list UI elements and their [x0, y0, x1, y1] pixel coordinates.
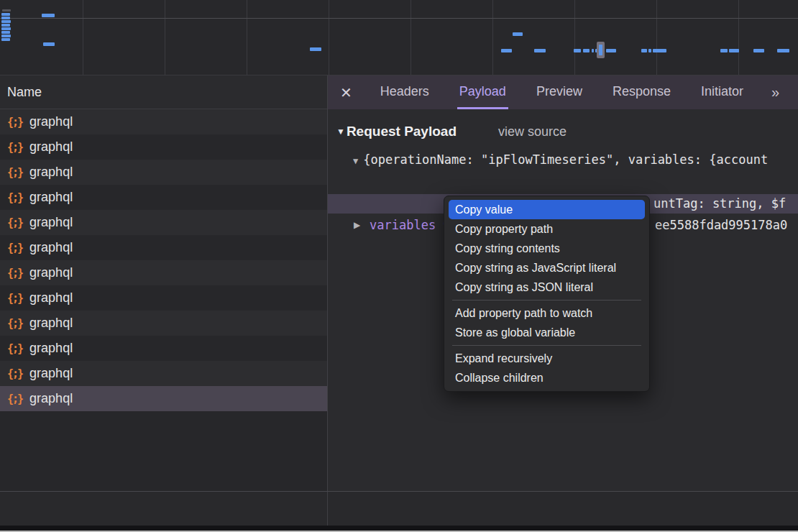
request-name: graphql — [29, 215, 73, 230]
json-fetch-icon: {;} — [7, 367, 22, 380]
menu-item-copy-string-contents[interactable]: Copy string contents — [449, 239, 645, 258]
timeline-gridline — [165, 0, 165, 75]
json-fetch-icon: {;} — [7, 317, 22, 330]
menu-item-expand-recursively[interactable]: Expand recursively — [449, 349, 645, 368]
selected-request-bar — [599, 45, 602, 55]
request-name: graphql — [29, 139, 73, 155]
request-timing-bar — [777, 49, 789, 52]
json-fetch-icon: {;} — [7, 141, 22, 154]
request-list-pane: Name {;}graphql{;}graphql{;}graphql{;}gr… — [0, 75, 327, 491]
json-fetch-icon: {;} — [7, 393, 22, 405]
request-timing-bar — [1, 17, 10, 19]
json-fetch-icon: {;} — [7, 292, 22, 305]
menu-item-copy-property-path[interactable]: Copy property path — [449, 219, 645, 239]
tab-response[interactable]: Response — [610, 75, 673, 109]
pane-divider — [327, 492, 328, 526]
request-timing-bar — [534, 49, 546, 52]
name-column-label: Name — [7, 85, 42, 100]
request-row[interactable]: {;}graphql — [0, 386, 327, 411]
request-timing-bar — [2, 9, 11, 12]
name-column-header[interactable]: Name — [0, 75, 327, 109]
json-fetch-icon: {;} — [7, 166, 22, 179]
request-rows: {;}graphql{;}graphql{;}graphql{;}graphql… — [0, 109, 327, 411]
request-name: graphql — [29, 391, 73, 406]
request-payload-section: ▼ Request Payload view source — [336, 122, 567, 141]
request-name: graphql — [29, 165, 73, 180]
request-row[interactable]: {;}graphql — [0, 311, 327, 336]
request-row[interactable]: {;}graphql — [0, 109, 327, 134]
tab-headers[interactable]: Headers — [378, 75, 431, 109]
request-row[interactable]: {;}graphql — [0, 361, 327, 386]
variables-expand-icon[interactable]: ▶ — [354, 216, 360, 234]
request-name: graphql — [29, 316, 73, 331]
json-fetch-icon: {;} — [7, 267, 22, 280]
request-name: graphql — [29, 265, 73, 280]
network-overview-timeline[interactable] — [0, 0, 798, 75]
query-row-right: untTag: string, $f — [653, 194, 786, 214]
section-expand-icon[interactable]: ▼ — [336, 127, 345, 137]
tabs-host: HeadersPayloadPreviewResponseInitiator — [378, 75, 746, 109]
close-icon[interactable]: ✕ — [340, 84, 352, 101]
root-expand-icon[interactable]: ▼ — [353, 156, 358, 166]
view-source-link[interactable]: view source — [498, 124, 567, 139]
request-name: graphql — [29, 290, 73, 306]
request-timing-bar — [513, 32, 523, 36]
json-fetch-icon: {;} — [7, 216, 22, 229]
request-timing-bar — [1, 38, 10, 41]
request-timing-bar — [592, 49, 594, 52]
summary-bar — [0, 491, 798, 526]
request-timing-bar — [606, 49, 616, 52]
request-row[interactable]: {;}graphql — [0, 134, 327, 160]
request-row[interactable]: {;}graphql — [0, 160, 327, 185]
timeline-gridline — [83, 0, 83, 75]
request-row[interactable]: {;}graphql — [0, 285, 327, 311]
request-timing-bar — [1, 35, 11, 37]
devtools-network-panel: Name {;}graphql{;}graphql{;}graphql{;}gr… — [0, 0, 798, 532]
request-timing-bar — [653, 49, 666, 52]
timeline-divider-line — [0, 18, 798, 19]
request-timing-bar — [1, 31, 10, 34]
request-timing-bar — [720, 49, 728, 52]
menu-item-collapse-children[interactable]: Collapse children — [449, 368, 645, 387]
json-fetch-icon: {;} — [7, 342, 22, 355]
menu-item-copy-value[interactable]: Copy value — [449, 200, 645, 219]
request-row[interactable]: {;}graphql — [0, 336, 327, 361]
timeline-gridline — [247, 0, 247, 75]
request-timing-bar — [42, 14, 55, 17]
operation-name-row[interactable]: operationName:"ipFlowTimeseries" — [370, 173, 670, 192]
menu-item-add-property-path-to-watch[interactable]: Add property path to watch — [449, 303, 645, 323]
menu-divider — [452, 300, 641, 301]
request-row[interactable]: {;}graphql — [0, 235, 327, 260]
request-name: graphql — [29, 190, 73, 205]
menu-item-copy-string-as-javascript-literal[interactable]: Copy string as JavaScript literal — [449, 258, 645, 278]
timeline-gridline — [411, 0, 411, 75]
json-fetch-icon: {;} — [7, 116, 22, 129]
request-name: graphql — [29, 114, 73, 129]
tab-initiator[interactable]: Initiator — [699, 75, 746, 109]
menu-item-store-as-global-variable[interactable]: Store as global variable — [449, 323, 645, 342]
property-key: variables — [370, 216, 436, 234]
request-name: graphql — [29, 366, 73, 381]
menu-item-copy-string-as-json-literal[interactable]: Copy string as JSON literal — [449, 278, 645, 297]
request-timing-bar — [1, 20, 11, 23]
json-fetch-icon: {;} — [7, 242, 22, 254]
menu-divider — [452, 345, 641, 346]
tab-preview[interactable]: Preview — [534, 75, 584, 109]
payload-root-row[interactable]: ▼{operationName: "ipFlowTimeseries", var… — [353, 150, 798, 169]
timeline-gridline — [656, 0, 657, 75]
root-preview-text: {operationName: "ipFlowTimeseries", vari… — [363, 152, 768, 167]
section-title: Request Payload — [347, 124, 457, 139]
tab-payload[interactable]: Payload — [457, 75, 508, 109]
request-timing-bar — [1, 24, 10, 27]
request-row[interactable]: {;}graphql — [0, 260, 327, 285]
timeline-gridline — [492, 0, 493, 75]
request-row[interactable]: {;}graphql — [0, 210, 327, 235]
request-timing-bar — [583, 49, 590, 52]
timeline-gridline — [738, 0, 739, 75]
more-tabs-icon[interactable]: » — [771, 84, 778, 101]
request-row[interactable]: {;}graphql — [0, 185, 327, 210]
timeline-gridline — [574, 0, 575, 75]
variables-row-right: ee5588fdad995178a0 — [655, 216, 787, 234]
request-timing-bar — [310, 47, 321, 51]
request-timing-bar — [501, 49, 512, 52]
